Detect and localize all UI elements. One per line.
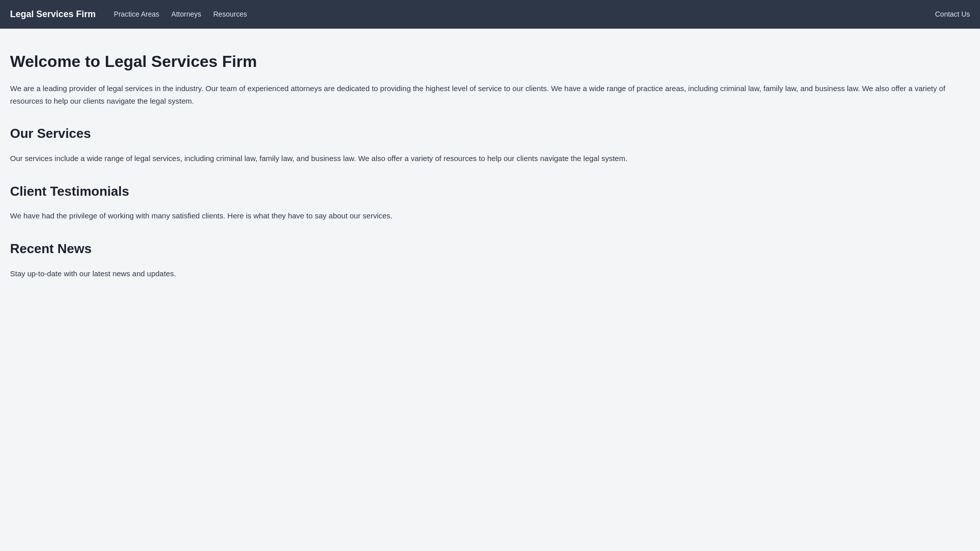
nav-brand[interactable]: Legal Services Firm (10, 7, 96, 22)
hero-section: Welcome to Legal Services Firm We are a … (10, 49, 970, 108)
hero-body: We are a leading provider of legal servi… (10, 83, 970, 108)
testimonials-title: Client Testimonials (10, 181, 970, 202)
services-title: Our Services (10, 123, 970, 144)
news-title: Recent News (10, 239, 970, 260)
main-content: Welcome to Legal Services Firm We are a … (0, 29, 980, 317)
nav-link-resources[interactable]: Resources (207, 7, 253, 21)
nav-link-practice-areas[interactable]: Practice Areas (108, 7, 165, 21)
services-section: Our Services Our services include a wide… (10, 123, 970, 165)
main-nav: Legal Services Firm Practice Areas Attor… (0, 0, 980, 29)
nav-item-practice-areas: Practice Areas (108, 8, 165, 20)
testimonials-section: Client Testimonials We have had the priv… (10, 181, 970, 222)
nav-left: Legal Services Firm Practice Areas Attor… (10, 7, 253, 22)
nav-link-attorneys[interactable]: Attorneys (165, 7, 207, 21)
nav-links: Practice Areas Attorneys Resources (108, 8, 253, 20)
services-body: Our services include a wide range of leg… (10, 152, 970, 165)
news-body: Stay up-to-date with our latest news and… (10, 268, 970, 280)
hero-title: Welcome to Legal Services Firm (10, 49, 970, 74)
nav-item-attorneys: Attorneys (165, 8, 207, 20)
nav-item-resources: Resources (207, 8, 253, 20)
nav-cta[interactable]: Contact Us (935, 9, 970, 20)
testimonials-body: We have had the privilege of working wit… (10, 210, 970, 222)
news-section: Recent News Stay up-to-date with our lat… (10, 239, 970, 280)
